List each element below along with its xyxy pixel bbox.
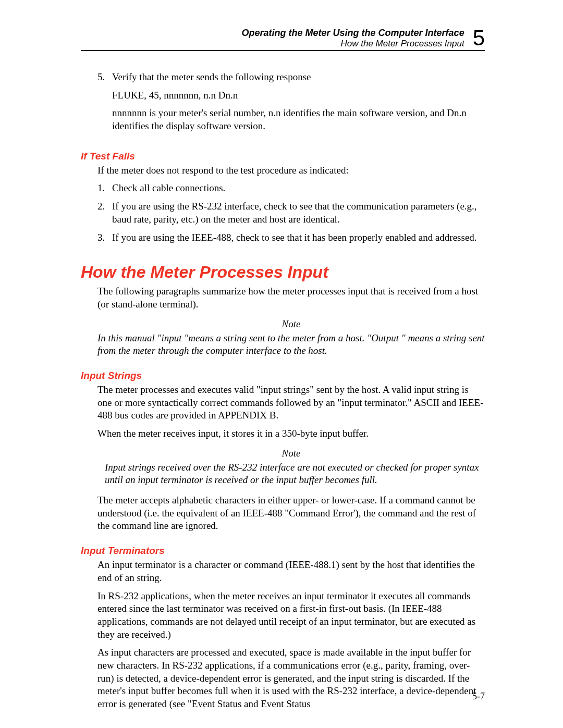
note2-body: Input strings received over the RS-232 i… bbox=[105, 461, 485, 487]
fail-step-3: 3. If you are using the IEEE-488, check … bbox=[97, 231, 485, 244]
heading-how-meter-processes-input: How the Meter Processes Input bbox=[81, 263, 485, 282]
page-number: 5-7 bbox=[472, 691, 485, 702]
chapter-number: 5 bbox=[473, 27, 485, 49]
header-title: Operating the Meter Using the Computer I… bbox=[242, 28, 464, 38]
input-terminators-p2: In RS-232 applications, when the meter r… bbox=[97, 590, 485, 641]
fail-step-1: 1. Check all cable connections. bbox=[97, 182, 485, 195]
page: Operating the Meter Using the Computer I… bbox=[0, 0, 563, 728]
input-terminators-p3: As input characters are processed and ex… bbox=[97, 646, 485, 710]
heading-input-terminators: Input Terminators bbox=[81, 545, 485, 557]
step-5-line2: FLUKE, 45, nnnnnnn, n.n Dn.n bbox=[112, 89, 485, 102]
content-area: 5. Verify that the meter sends the follo… bbox=[81, 71, 485, 711]
step-5-line3: nnnnnnn is your meter's serial number, n… bbox=[112, 107, 485, 132]
step-5-line1: Verify that the meter sends the followin… bbox=[112, 71, 485, 84]
note1-body: In this manual "input "means a string se… bbox=[97, 332, 485, 357]
fail-step-2: 2. If you are using the RS-232 interface… bbox=[97, 200, 485, 226]
heading-input-strings: Input Strings bbox=[81, 370, 485, 381]
input-strings-p3: The meter accepts alphabetic characters … bbox=[97, 494, 485, 533]
header-subtitle: How the Meter Processes Input bbox=[340, 39, 464, 48]
note1-label: Note bbox=[97, 318, 485, 330]
input-strings-p1: The meter processes and executes valid "… bbox=[97, 384, 485, 422]
main-intro: The following paragraphs summarize how t… bbox=[97, 285, 485, 311]
note2-label: Note bbox=[97, 448, 485, 459]
input-strings-p2: When the meter receives input, it stores… bbox=[97, 427, 485, 440]
page-header: Operating the Meter Using the Computer I… bbox=[81, 27, 485, 51]
step-5-num: 5. bbox=[97, 71, 112, 138]
heading-if-test-fails: If Test Fails bbox=[81, 151, 485, 162]
input-terminators-p1: An input terminator is a character or co… bbox=[97, 559, 485, 584]
step-5: 5. Verify that the meter sends the follo… bbox=[97, 71, 485, 138]
if-test-fails-intro: If the meter does not respond to the tes… bbox=[97, 164, 485, 177]
